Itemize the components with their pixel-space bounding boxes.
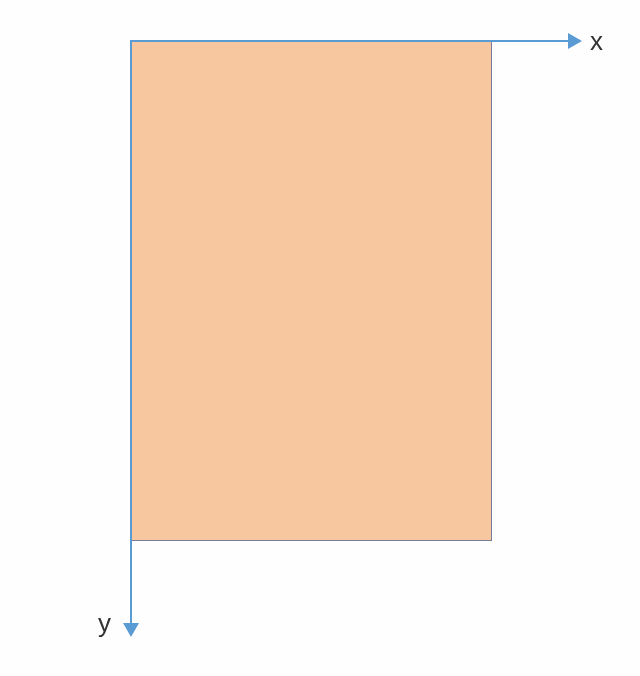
x-axis <box>130 40 570 42</box>
y-axis-arrow-icon <box>123 623 139 637</box>
x-axis-label: x <box>590 26 603 57</box>
coordinate-diagram: x y <box>0 0 640 676</box>
shaded-rectangle <box>132 41 492 541</box>
y-axis <box>130 40 132 625</box>
x-axis-arrow-icon <box>568 33 582 49</box>
y-axis-label: y <box>98 608 111 639</box>
